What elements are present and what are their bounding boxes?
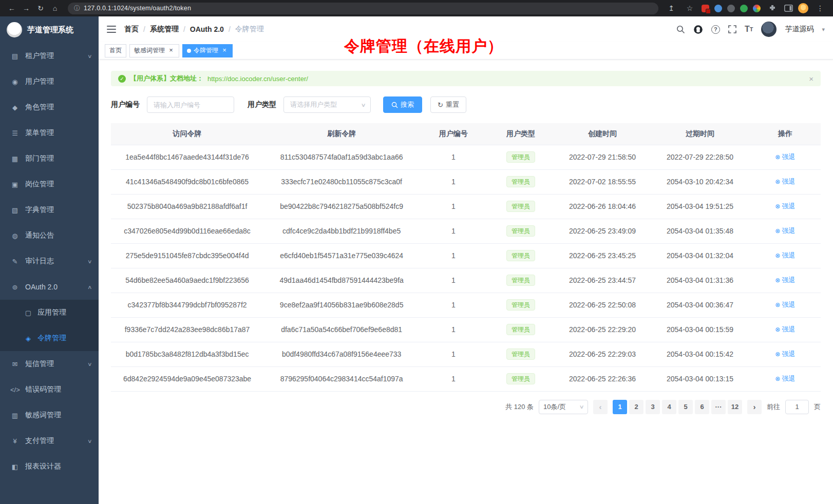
extension-blue-icon[interactable] [714, 5, 722, 12]
force-logout-button[interactable]: ⊗强退 [775, 251, 795, 260]
table-row: 502375b8040a469a9b82188afdf6af1fbe90422b… [111, 194, 821, 219]
sidebar-item-user[interactable]: ◉用户管理 [0, 69, 99, 94]
forward-icon[interactable]: → [20, 2, 33, 15]
extension-green-icon[interactable] [740, 5, 748, 12]
user-id-label: 用户编号 [111, 100, 140, 109]
user-type-label: 用户类型 [248, 100, 276, 109]
search-button[interactable]: 搜索 [383, 96, 422, 113]
tab-1[interactable]: 敏感词管理× [129, 44, 179, 57]
sidebar-item-word[interactable]: ▥敏感词管理 [0, 402, 99, 428]
sidebar-item-role[interactable]: ◆角色管理 [0, 94, 99, 120]
table-row: 6d842e2924594de9a09e45e087323abe8796295f… [111, 366, 821, 391]
code-icon: </> [10, 386, 20, 394]
url-bar[interactable]: ⓘ 127.0.0.1:1024/system/oauth2/token [68, 3, 658, 14]
page-button-4[interactable]: 4 [662, 400, 676, 414]
sidebar-item-dict[interactable]: ▧字典管理 [0, 197, 99, 223]
action-cell: ⊗强退 [750, 169, 821, 194]
close-icon[interactable]: × [167, 47, 175, 54]
breadcrumb-item[interactable]: 系统管理 [150, 25, 179, 34]
extensions-puzzle-icon[interactable] [766, 2, 779, 15]
prev-page-button[interactable]: ‹ [593, 400, 608, 414]
breadcrumb-item[interactable]: OAuth 2.0 [190, 25, 224, 33]
sidebar-item-post[interactable]: ▣岗位管理 [0, 171, 99, 197]
doc-link[interactable]: https://doc.iocoder.cn/user-center/ [207, 75, 308, 83]
force-logout-button[interactable]: ⊗强退 [775, 226, 795, 236]
tab-0[interactable]: 首页 [105, 44, 126, 57]
pager-more-button[interactable]: ··· [711, 400, 726, 414]
help-icon[interactable]: ? [711, 25, 720, 34]
browser-menu-icon[interactable]: ⋮ [813, 2, 827, 15]
user-id-cell: 1 [420, 145, 487, 169]
reload-icon[interactable]: ↻ [34, 2, 47, 15]
page-size-select[interactable]: 10条/页 ∨ [539, 400, 588, 414]
close-icon[interactable]: × [221, 47, 228, 54]
refresh-token-cell: 811c530487574fa0af1a59d3abc1aa66 [263, 145, 420, 169]
force-logout-icon: ⊗ [775, 277, 780, 284]
sidebar-item-notice[interactable]: ◍通知公告 [0, 223, 99, 248]
page-button-12[interactable]: 12 [728, 400, 742, 414]
pagination: 共 120 条 10条/页 ∨ ‹ 123456···12 › 前往 页 [111, 400, 821, 424]
sidebar-item-label: OAuth 2.0 [25, 283, 88, 291]
sms-icon: ✉ [10, 360, 20, 368]
sidebar-item-menu[interactable]: ☰菜单管理 [0, 120, 99, 146]
force-logout-button[interactable]: ⊗强退 [775, 276, 795, 285]
reset-button[interactable]: ↻ 重置 [430, 96, 466, 113]
extension-dark-icon[interactable] [727, 5, 735, 12]
oauth-icon: ⊚ [10, 283, 20, 291]
sidebar-item-oauth[interactable]: ⊚OAuth 2.0∧ [0, 274, 99, 300]
search-button-label: 搜索 [401, 100, 414, 109]
user-type-cell: 管理员 [487, 268, 554, 293]
back-icon[interactable]: ← [5, 2, 18, 15]
table-row: c342377bf8b344799dcbf7bf095287f29ce8ef2a… [111, 293, 821, 317]
tab-2[interactable]: 令牌管理× [182, 44, 233, 57]
force-logout-button[interactable]: ⊗强退 [775, 152, 795, 162]
page-button-1[interactable]: 1 [613, 400, 627, 414]
page-button-2[interactable]: 2 [629, 400, 643, 414]
sidebar-item-log[interactable]: ✎审计日志∨ [0, 248, 99, 274]
force-logout-button[interactable]: ⊗强退 [775, 350, 795, 359]
token-icon: ◈ [24, 335, 33, 342]
force-logout-button[interactable]: ⊗强退 [775, 202, 795, 211]
force-logout-button[interactable]: ⊗强退 [775, 300, 795, 309]
expire-time-cell: 2054-03-04 19:51:25 [650, 194, 749, 219]
goto-page-input[interactable] [785, 400, 809, 414]
sidebar-item-dept[interactable]: ▦部门管理 [0, 146, 99, 171]
share-icon[interactable]: ↥ [665, 2, 678, 15]
sidebar-item-label: 菜单管理 [25, 128, 91, 138]
browser-profile-icon[interactable] [798, 3, 808, 13]
user-name[interactable]: 芋道源码 [785, 25, 813, 34]
alert-close-icon[interactable]: × [809, 74, 813, 83]
github-icon[interactable] [693, 25, 703, 34]
search-icon[interactable] [676, 25, 685, 34]
page-button-6[interactable]: 6 [695, 400, 709, 414]
sidebar-item-code[interactable]: </>错误码管理 [0, 377, 99, 402]
user-avatar[interactable] [761, 22, 777, 37]
app-logo[interactable]: 芋道管理系统 [0, 16, 99, 43]
site-info-icon[interactable]: ⓘ [74, 4, 80, 13]
next-page-button[interactable]: › [747, 400, 762, 414]
page-button-5[interactable]: 5 [678, 400, 693, 414]
sidebar-item-app[interactable]: ▢应用管理 [0, 300, 99, 325]
font-size-icon[interactable]: TT [745, 25, 753, 34]
page-button-3[interactable]: 3 [646, 400, 660, 414]
sidebar-toggle-icon[interactable] [784, 5, 793, 12]
bookmark-star-icon[interactable]: ☆ [683, 2, 696, 15]
sidebar-item-report[interactable]: ◧报表设计器 [0, 454, 99, 479]
extension-red-icon[interactable] [702, 5, 709, 12]
force-logout-button[interactable]: ⊗强退 [775, 177, 795, 186]
breadcrumb-item[interactable]: 首页 [124, 25, 139, 34]
chevron-down-icon[interactable]: ▾ [822, 26, 825, 33]
force-logout-button[interactable]: ⊗强退 [775, 374, 795, 383]
sidebar-item-token[interactable]: ◈令牌管理 [0, 325, 99, 351]
home-icon[interactable]: ⌂ [48, 2, 62, 15]
extension-color-icon[interactable] [753, 5, 761, 12]
sidebar-collapse-icon[interactable] [107, 25, 116, 33]
sidebar-item-tenant[interactable]: ▤租户管理∨ [0, 43, 99, 69]
sidebar-item-pay[interactable]: ¥支付管理∨ [0, 428, 99, 454]
user-id-input[interactable] [147, 96, 234, 113]
fullscreen-icon[interactable] [728, 25, 736, 33]
app-icon: ▢ [24, 309, 33, 317]
sidebar-item-sms[interactable]: ✉短信管理∨ [0, 351, 99, 377]
force-logout-button[interactable]: ⊗强退 [775, 325, 795, 334]
user-type-select[interactable]: 请选择用户类型 ∨ [283, 96, 371, 113]
